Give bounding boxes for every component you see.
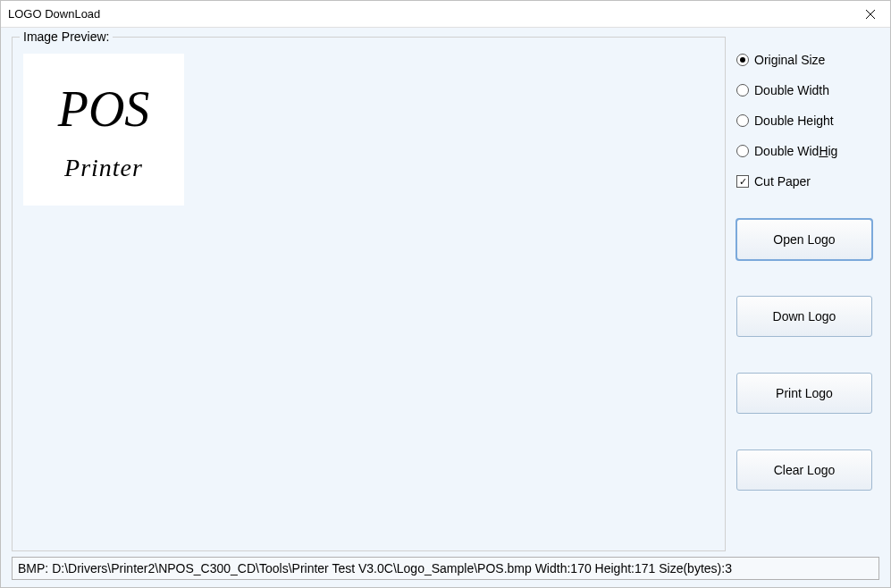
- window-title: LOGO DownLoad: [8, 7, 850, 21]
- status-width-label: Width:: [532, 561, 571, 575]
- app-window: LOGO DownLoad Image Preview: POS Printer…: [0, 0, 891, 588]
- titlebar: LOGO DownLoad: [1, 1, 890, 28]
- radio-icon: [736, 114, 749, 127]
- radio-label: Double WidHig: [754, 144, 837, 158]
- radio-original-size[interactable]: Original Size: [736, 53, 879, 67]
- side-panel: Original Size Double Width Double Height…: [736, 37, 879, 551]
- radio-icon: [736, 54, 749, 66]
- status-path: D:\Drivers\Printer2\NPOS_C300_CD\Tools\P…: [52, 561, 532, 575]
- radio-label: Double Width: [754, 83, 829, 97]
- clear-logo-button[interactable]: Clear Logo: [736, 449, 872, 491]
- preview-logo-line1: POS: [58, 84, 150, 134]
- print-logo-button[interactable]: Print Logo: [736, 373, 872, 414]
- close-icon: [866, 10, 875, 19]
- radio-label: Double Height: [754, 113, 834, 128]
- status-prefix: BMP:: [18, 561, 52, 575]
- status-height: 171: [635, 561, 655, 575]
- down-logo-button[interactable]: Down Logo: [736, 296, 872, 337]
- main-row: Image Preview: POS Printer Original Size…: [12, 37, 879, 551]
- image-preview-group: Image Preview: POS Printer: [12, 37, 726, 551]
- checkbox-cut-paper[interactable]: Cut Paper: [736, 174, 879, 189]
- content-area: Image Preview: POS Printer Original Size…: [1, 28, 890, 587]
- radio-icon: [736, 145, 749, 157]
- radio-double-widhig[interactable]: Double WidHig: [736, 144, 879, 158]
- status-height-label: Height:: [592, 561, 635, 575]
- checkbox-label: Cut Paper: [754, 174, 811, 189]
- open-logo-button[interactable]: Open Logo: [736, 219, 872, 260]
- radio-icon: [736, 84, 749, 97]
- radio-double-height[interactable]: Double Height: [736, 113, 879, 128]
- radio-double-width[interactable]: Double Width: [736, 83, 879, 97]
- close-button[interactable]: [850, 1, 890, 28]
- preview-legend: Image Preview:: [20, 29, 113, 44]
- status-bar: BMP: D:\Drivers\Printer2\NPOS_C300_CD\To…: [12, 557, 879, 580]
- checkbox-icon: [736, 175, 749, 188]
- status-size: 3: [725, 561, 732, 575]
- status-width: 170: [570, 561, 591, 575]
- preview-logo-line2: Printer: [64, 154, 143, 182]
- preview-canvas: POS Printer: [23, 54, 184, 206]
- radio-label: Original Size: [754, 53, 825, 67]
- status-size-label: Size(bytes):: [655, 561, 725, 575]
